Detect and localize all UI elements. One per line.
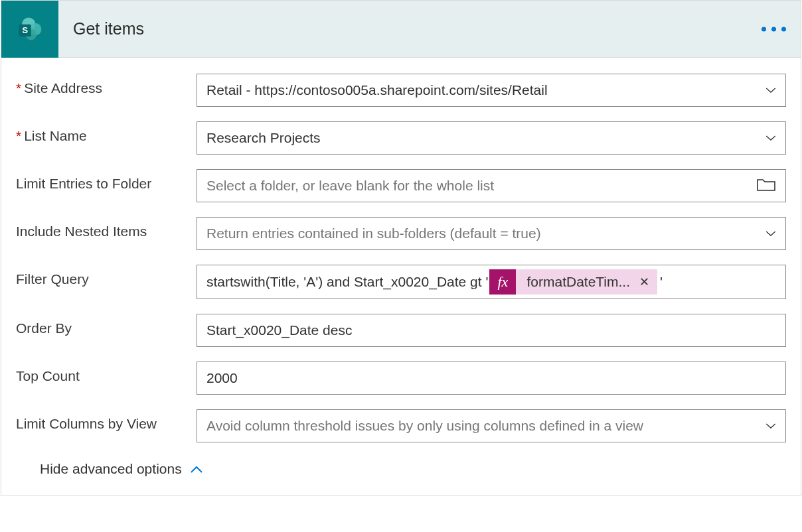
sharepoint-icon: S [1, 1, 58, 58]
value-list-name: Research Projects [206, 130, 759, 146]
row-limit-folder: Limit Entries to Folder Select a folder,… [16, 169, 786, 202]
expression-token[interactable]: fx formatDateTim... ✕ [489, 269, 657, 295]
row-filter-query: Filter Query startswith(Title, 'A') and … [16, 265, 786, 299]
card-header[interactable]: S Get items [1, 1, 801, 58]
input-include-nested[interactable]: Return entries contained in sub-folders … [197, 217, 786, 250]
label-site-address: Site Address [16, 74, 197, 96]
card-body: Site Address Retail - https://contoso005… [1, 58, 801, 496]
more-menu-button[interactable] [762, 27, 786, 31]
input-order-by[interactable]: Start_x0020_Date desc [197, 314, 786, 347]
value-order-by: Start_x0020_Date desc [206, 322, 776, 338]
label-limit-columns: Limit Columns by View [16, 409, 197, 432]
label-order-by: Order By [16, 314, 197, 336]
value-site-address: Retail - https://contoso005a.sharepoint.… [206, 82, 759, 98]
row-top-count: Top Count 2000 [16, 362, 786, 395]
toggle-advanced-options[interactable]: Hide advanced options [40, 461, 203, 477]
label-top-count: Top Count [16, 362, 197, 384]
action-card: S Get items Site Address Retail - https:… [1, 0, 801, 496]
chevron-down-icon[interactable] [759, 86, 776, 95]
label-filter-query: Filter Query [16, 265, 197, 287]
input-site-address[interactable]: Retail - https://contoso005a.sharepoint.… [197, 74, 786, 107]
input-filter-query[interactable]: startswith(Title, 'A') and Start_x0020_D… [197, 265, 786, 299]
placeholder-include-nested: Return entries contained in sub-folders … [206, 226, 759, 241]
row-limit-columns: Limit Columns by View Avoid column thres… [16, 409, 786, 442]
svg-text:S: S [22, 25, 28, 35]
input-top-count[interactable]: 2000 [197, 362, 786, 395]
label-limit-folder: Limit Entries to Folder [16, 169, 197, 192]
folder-icon[interactable] [756, 176, 776, 196]
placeholder-limit-columns: Avoid column threshold issues by only us… [206, 418, 759, 434]
remove-token-button[interactable]: ✕ [639, 275, 649, 289]
expression-token-label: formatDateTim... [526, 274, 630, 290]
input-list-name[interactable]: Research Projects [197, 121, 786, 155]
chevron-down-icon[interactable] [759, 133, 776, 143]
filter-query-text: startswith(Title, 'A') and Start_x0020_D… [206, 274, 488, 290]
toggle-advanced-label: Hide advanced options [40, 461, 182, 477]
label-include-nested: Include Nested Items [16, 217, 197, 239]
chevron-down-icon[interactable] [759, 229, 776, 238]
row-order-by: Order By Start_x0020_Date desc [16, 314, 786, 347]
label-list-name: List Name [16, 121, 197, 144]
input-limit-folder[interactable]: Select a folder, or leave blank for the … [197, 169, 786, 202]
placeholder-limit-folder: Select a folder, or leave blank for the … [206, 178, 756, 194]
chevron-up-icon [190, 461, 203, 477]
fx-icon: fx [489, 269, 516, 295]
input-limit-columns[interactable]: Avoid column threshold issues by only us… [197, 409, 786, 442]
row-include-nested: Include Nested Items Return entries cont… [16, 217, 786, 250]
chevron-down-icon[interactable] [759, 421, 776, 431]
filter-query-suffix: ' [660, 274, 663, 290]
card-footer: Hide advanced options [16, 457, 786, 492]
row-list-name: List Name Research Projects [16, 121, 786, 155]
card-title: Get items [73, 19, 144, 38]
value-top-count: 2000 [206, 370, 776, 386]
row-site-address: Site Address Retail - https://contoso005… [16, 74, 786, 107]
